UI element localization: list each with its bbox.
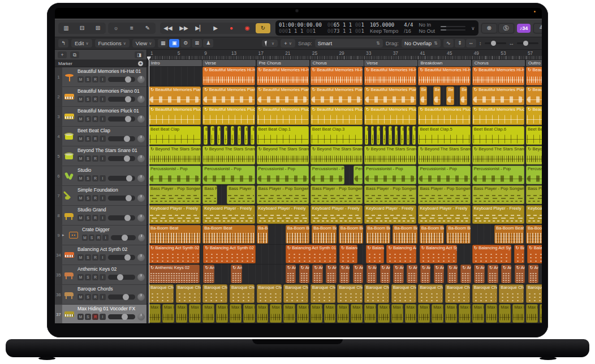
library-button[interactable]: ▥ xyxy=(59,23,74,33)
region[interactable]: Percussionist - Pop xyxy=(472,166,524,184)
s-button[interactable]: S xyxy=(85,136,91,142)
region[interactable]: Max Hiding 01 V xyxy=(378,304,390,323)
region[interactable]: B xyxy=(412,126,416,145)
volume-slider[interactable] xyxy=(108,136,135,141)
region[interactable]: ↻ Anthemic Keys 02 xyxy=(203,265,214,283)
volume-knob[interactable] xyxy=(124,215,131,221)
marker-track-header[interactable]: Marker + xyxy=(55,60,146,67)
s-button[interactable]: S xyxy=(85,155,91,162)
region[interactable]: Ba-Boom Beat xyxy=(366,225,390,244)
m-button[interactable]: M xyxy=(77,195,84,201)
functions-menu[interactable]: Functions∨ xyxy=(95,39,130,47)
region[interactable]: ↻ Bal xyxy=(514,245,524,263)
sound-library-badge[interactable]: ♪34 xyxy=(517,24,531,33)
region[interactable]: Max Hiding 01 V xyxy=(202,304,214,323)
flex-button[interactable]: ∿ xyxy=(443,39,454,47)
region[interactable]: Baroque Chords xyxy=(311,284,335,303)
m-button[interactable]: M xyxy=(77,215,84,221)
region[interactable]: ↻ Beautiful Memories Pluck 02.2 xyxy=(364,106,416,125)
i-button[interactable]: I xyxy=(100,215,106,221)
region[interactable]: Baroque Chords xyxy=(257,284,282,303)
region[interactable]: Be xyxy=(460,86,467,105)
region[interactable]: Bass Player - Pop Songwriter xyxy=(149,185,201,204)
region[interactable]: Be xyxy=(420,86,427,105)
solo-button[interactable]: Ⓢ xyxy=(498,23,514,33)
i-button[interactable]: I xyxy=(100,195,106,201)
rewind-button[interactable]: ◀◀ xyxy=(161,23,175,33)
region[interactable]: ↻ Anthemic Keys 02 xyxy=(380,265,390,283)
volume-knob[interactable] xyxy=(124,155,130,162)
region[interactable]: B xyxy=(383,126,386,145)
pan-knob[interactable] xyxy=(137,274,145,281)
master-level-icon[interactable]: ≜ xyxy=(533,23,542,33)
region[interactable]: Max Hiding 01 V xyxy=(230,304,242,323)
region[interactable]: Bass Player - Pop Songwriter xyxy=(311,185,363,204)
region[interactable]: ↻ Anthemic Keys 02 xyxy=(407,265,417,283)
arrangement-marker[interactable]: Intro xyxy=(149,60,202,66)
region[interactable]: Baroque Chords xyxy=(472,284,497,303)
volume-slider[interactable] xyxy=(108,116,135,122)
region[interactable]: Percussionist - Pop xyxy=(149,166,201,184)
region[interactable]: Percussionist - Pop xyxy=(202,166,255,184)
region[interactable]: Ba-Boom Beat xyxy=(149,225,201,244)
region[interactable]: B xyxy=(407,126,410,145)
pan-knob[interactable] xyxy=(137,96,145,103)
region[interactable]: B xyxy=(231,126,235,145)
volume-slider[interactable] xyxy=(108,255,135,260)
region[interactable]: ↻ Beautiful Memories Piano 01.2 xyxy=(472,86,524,105)
volume-knob[interactable] xyxy=(126,195,132,201)
region[interactable]: ↻ Beautiful Memories Hi-Hat 02.2 xyxy=(364,67,416,85)
track-header[interactable]: 36Baroque ChordsMSRI xyxy=(55,285,146,305)
region[interactable]: Max Hiding 01 V xyxy=(337,304,349,323)
region[interactable]: Baroque Chords xyxy=(337,284,362,303)
cycle-button[interactable]: ↻ xyxy=(256,23,270,33)
r-button[interactable]: R xyxy=(92,195,98,201)
region[interactable]: B xyxy=(238,126,242,145)
region[interactable]: Bass Player - Pop Songwriter xyxy=(364,185,416,204)
region[interactable]: ↻ Anthemic Keys 02 xyxy=(393,265,403,283)
region[interactable]: Max Hiding 01 V xyxy=(311,304,322,323)
m-button[interactable]: M xyxy=(77,96,84,102)
pan-knob[interactable] xyxy=(137,194,145,202)
region[interactable]: ↻ Beautiful Memories Piano 01 xyxy=(526,86,542,105)
region[interactable]: ↻ Beautiful Memories Hi-Hat 03.2 xyxy=(472,67,524,85)
region[interactable]: Max Hiding 01 V xyxy=(283,304,295,323)
r-button[interactable]: R xyxy=(92,314,98,320)
i-button[interactable]: I xyxy=(100,116,106,122)
region[interactable]: Max Hiding 01 V xyxy=(364,304,376,323)
add-track-button[interactable]: + xyxy=(58,51,67,58)
region[interactable]: ↻ Beautiful Memories Pluck 01.2 xyxy=(472,106,524,125)
region[interactable]: Max Hiding 01 V xyxy=(243,304,255,323)
region[interactable]: ↻ Balancing Act Synth 01 xyxy=(472,245,512,263)
region[interactable]: B xyxy=(389,126,392,145)
region[interactable]: ↻ Beautiful Memories Hi-Hat 03.1 xyxy=(202,67,255,85)
region[interactable]: ↻ Anthemic Keys 02 xyxy=(286,265,296,283)
auto-track-zoom-button[interactable]: ⇕ xyxy=(455,39,465,47)
region[interactable]: ↻ Anthemic Keys 02 xyxy=(434,265,444,283)
duplicate-track-button[interactable]: ⧉ xyxy=(70,51,79,58)
region[interactable]: ↻ Beyond The Stars Snare 01.2 xyxy=(472,146,524,164)
pan-knob[interactable] xyxy=(137,313,145,320)
region[interactable]: ↻ Anthemic Keys 02 xyxy=(447,265,458,283)
region[interactable]: ↻ Anthemic Keys 02 xyxy=(312,265,322,283)
add-marker-button[interactable]: + xyxy=(138,61,143,66)
region[interactable]: ↻ Balancing Act Synth 01 xyxy=(420,245,457,263)
region[interactable]: B xyxy=(395,126,398,145)
track-header[interactable]: 34Balancing Act Synth 02MSRI xyxy=(55,245,146,265)
r-button[interactable]: R xyxy=(92,274,98,280)
region[interactable]: ↻ Beautiful Memories Piano 02.2 xyxy=(364,86,416,105)
region[interactable]: ↻ Anthemic Keys 02 xyxy=(299,265,309,283)
r-button[interactable]: R xyxy=(96,235,101,241)
region[interactable]: Bass Player - Pop Songwriter xyxy=(526,185,542,204)
toolbar-button[interactable]: ⊞ xyxy=(90,23,105,33)
region[interactable]: Max Hiding 01 V xyxy=(162,304,174,323)
pan-knob[interactable] xyxy=(137,155,145,162)
region[interactable]: Max Hiding 01 V xyxy=(270,304,282,323)
region[interactable]: Ba-Boom Beat xyxy=(420,225,444,244)
bar-ruler[interactable]: 159131721252933374145495357 xyxy=(147,50,542,60)
region[interactable]: Bass Player - Pop Songwriter xyxy=(418,185,470,204)
r-button[interactable]: R xyxy=(92,96,98,102)
arrangement-marker[interactable]: Pre Chorus xyxy=(257,60,310,66)
region[interactable]: ↻ Beautiful Memories Pluck 02 xyxy=(257,106,309,125)
capture-recording-button[interactable]: ◉ xyxy=(240,23,255,33)
